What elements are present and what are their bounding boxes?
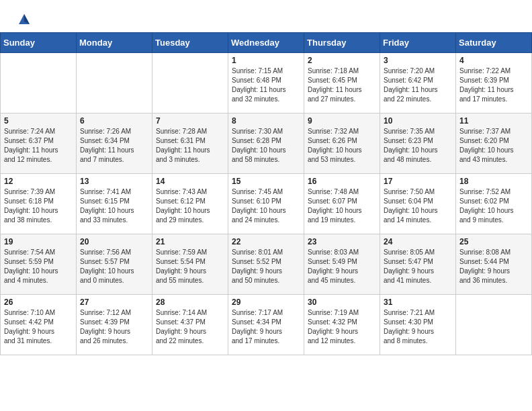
header (0, 0, 532, 30)
day-info-line: Sunset: 5:49 PM (308, 258, 357, 265)
day-number: 7 (156, 116, 224, 126)
day-info-line: Sunset: 6:20 PM (459, 137, 509, 144)
day-info: Sunrise: 8:01 AMSunset: 5:52 PMDaylight:… (232, 248, 300, 285)
calendar-cell: 9Sunrise: 7:32 AMSunset: 6:26 PMDaylight… (304, 113, 380, 174)
day-info-line: and 50 minutes. (232, 277, 279, 284)
day-info-line: Sunrise: 7:21 AM (384, 309, 435, 316)
calendar-cell: 8Sunrise: 7:30 AMSunset: 6:28 PMDaylight… (228, 113, 304, 174)
calendar-cell (456, 295, 532, 355)
day-info-line: Daylight: 9 hours (156, 267, 206, 275)
calendar-cell: 11Sunrise: 7:37 AMSunset: 6:20 PMDayligh… (456, 113, 532, 174)
day-number: 9 (308, 116, 376, 126)
day-info-line: and 48 minutes. (384, 156, 431, 163)
day-info-line: and 55 minutes. (156, 277, 204, 284)
day-info-line: Sunrise: 7:12 AM (80, 309, 131, 316)
day-info-line: Sunrise: 7:39 AM (4, 188, 55, 195)
calendar-cell: 10Sunrise: 7:35 AMSunset: 6:23 PMDayligh… (380, 113, 456, 174)
week-row-3: 12Sunrise: 7:39 AMSunset: 6:18 PMDayligh… (1, 174, 532, 234)
day-info-line: Sunset: 5:52 PM (232, 258, 281, 265)
day-info-line: and 8 minutes. (384, 337, 428, 345)
day-info-line: and 7 minutes. (80, 156, 124, 163)
day-info-line: Sunset: 4:32 PM (308, 318, 357, 326)
calendar-cell: 28Sunrise: 7:14 AMSunset: 4:37 PMDayligh… (152, 295, 228, 355)
week-row-2: 5Sunrise: 7:24 AMSunset: 6:37 PMDaylight… (1, 113, 532, 174)
week-row-1: 1Sunrise: 7:15 AMSunset: 6:48 PMDaylight… (1, 53, 532, 113)
day-info: Sunrise: 8:05 AMSunset: 5:47 PMDaylight:… (384, 248, 452, 285)
day-info: Sunrise: 7:12 AMSunset: 4:39 PMDaylight:… (80, 308, 148, 346)
day-info-line: and 29 minutes. (156, 216, 204, 224)
day-info-line: Sunset: 6:42 PM (384, 77, 433, 84)
day-info-line: and 43 minutes. (459, 156, 507, 163)
calendar-cell: 30Sunrise: 7:19 AMSunset: 4:32 PMDayligh… (304, 295, 380, 355)
day-info: Sunrise: 7:50 AMSunset: 6:04 PMDaylight:… (384, 187, 452, 225)
day-info: Sunrise: 7:26 AMSunset: 6:34 PMDaylight:… (80, 127, 148, 165)
weekday-header-sunday: Sunday (1, 33, 77, 53)
day-number: 5 (4, 116, 73, 126)
day-info-line: Daylight: 10 hours (459, 146, 514, 154)
weekday-header-tuesday: Tuesday (152, 33, 228, 53)
day-info-line: and 31 minutes. (4, 337, 52, 345)
day-info-line: Sunrise: 7:41 AM (80, 188, 131, 195)
calendar-cell: 26Sunrise: 7:10 AMSunset: 4:42 PMDayligh… (1, 295, 77, 355)
day-info: Sunrise: 7:48 AMSunset: 6:07 PMDaylight:… (308, 187, 376, 225)
day-info-line: Sunset: 6:07 PM (308, 197, 357, 205)
day-info: Sunrise: 7:20 AMSunset: 6:42 PMDaylight:… (384, 66, 452, 104)
day-info-line: Sunset: 6:12 PM (156, 197, 206, 205)
day-info-line: Sunset: 4:34 PM (232, 318, 281, 326)
day-number: 20 (80, 237, 148, 246)
week-row-5: 26Sunrise: 7:10 AMSunset: 4:42 PMDayligh… (1, 295, 532, 355)
day-info-line: Sunset: 6:04 PM (384, 197, 433, 205)
day-info: Sunrise: 7:52 AMSunset: 6:02 PMDaylight:… (459, 187, 528, 225)
day-info-line: Daylight: 11 hours (459, 86, 514, 93)
day-number: 4 (459, 56, 528, 65)
calendar-cell: 1Sunrise: 7:15 AMSunset: 6:48 PMDaylight… (228, 53, 304, 113)
day-info: Sunrise: 7:15 AMSunset: 6:48 PMDaylight:… (232, 66, 300, 104)
day-info-line: and 22 minutes. (156, 337, 204, 345)
weekday-header-friday: Friday (380, 33, 456, 53)
day-info-line: Sunrise: 7:14 AM (156, 309, 207, 316)
calendar-cell: 25Sunrise: 8:08 AMSunset: 5:44 PMDayligh… (456, 234, 532, 295)
day-info-line: Daylight: 11 hours (80, 146, 134, 154)
day-info-line: Sunset: 4:30 PM (384, 318, 433, 326)
day-number: 22 (232, 237, 300, 246)
calendar-cell: 3Sunrise: 7:20 AMSunset: 6:42 PMDaylight… (380, 53, 456, 113)
calendar-cell: 15Sunrise: 7:45 AMSunset: 6:10 PMDayligh… (228, 174, 304, 234)
calendar-cell: 20Sunrise: 7:56 AMSunset: 5:57 PMDayligh… (77, 234, 152, 295)
day-info-line: Daylight: 11 hours (4, 146, 58, 154)
day-info: Sunrise: 7:54 AMSunset: 5:59 PMDaylight:… (4, 248, 73, 285)
day-info: Sunrise: 8:08 AMSunset: 5:44 PMDaylight:… (459, 248, 528, 285)
day-info-line: Sunset: 6:15 PM (80, 197, 130, 205)
day-info-line: Sunset: 5:47 PM (384, 258, 433, 265)
day-info-line: Daylight: 9 hours (232, 328, 282, 335)
day-info: Sunrise: 7:22 AMSunset: 6:39 PMDaylight:… (459, 66, 528, 104)
calendar-cell: 18Sunrise: 7:52 AMSunset: 6:02 PMDayligh… (456, 174, 532, 234)
day-info-line: Sunrise: 7:32 AM (308, 128, 359, 135)
day-info-line: and 4 minutes. (4, 277, 48, 284)
weekday-header-wednesday: Wednesday (228, 33, 304, 53)
calendar-cell: 4Sunrise: 7:22 AMSunset: 6:39 PMDaylight… (456, 53, 532, 113)
day-info-line: Sunrise: 7:48 AM (308, 188, 359, 195)
calendar-cell: 23Sunrise: 8:03 AMSunset: 5:49 PMDayligh… (304, 234, 380, 295)
day-info-line: Daylight: 9 hours (459, 267, 510, 275)
day-number: 6 (80, 116, 148, 126)
calendar: SundayMondayTuesdayWednesdayThursdayFrid… (0, 32, 532, 355)
calendar-cell: 17Sunrise: 7:50 AMSunset: 6:04 PMDayligh… (380, 174, 456, 234)
day-info-line: Sunrise: 7:37 AM (459, 128, 511, 135)
day-info: Sunrise: 7:45 AMSunset: 6:10 PMDaylight:… (232, 187, 300, 225)
day-info-line: Sunrise: 7:45 AM (232, 188, 283, 195)
day-info-line: Daylight: 10 hours (308, 207, 362, 214)
day-info-line: Daylight: 11 hours (232, 86, 286, 93)
day-info-line: Sunset: 6:26 PM (308, 137, 357, 144)
day-info-line: Daylight: 11 hours (156, 146, 210, 154)
day-number: 2 (308, 56, 376, 65)
day-info-line: Sunrise: 7:24 AM (4, 128, 55, 135)
day-info-line: Sunrise: 8:05 AM (384, 248, 435, 256)
day-info-line: and 17 minutes. (459, 95, 507, 103)
day-info: Sunrise: 7:37 AMSunset: 6:20 PMDaylight:… (459, 127, 528, 165)
day-number: 1 (232, 56, 300, 65)
day-info-line: and 32 minutes. (232, 95, 279, 103)
day-info-line: Daylight: 11 hours (384, 86, 438, 93)
day-info-line: Sunset: 6:48 PM (232, 77, 281, 84)
day-info-line: Sunset: 4:37 PM (156, 318, 206, 326)
calendar-cell: 6Sunrise: 7:26 AMSunset: 6:34 PMDaylight… (77, 113, 152, 174)
